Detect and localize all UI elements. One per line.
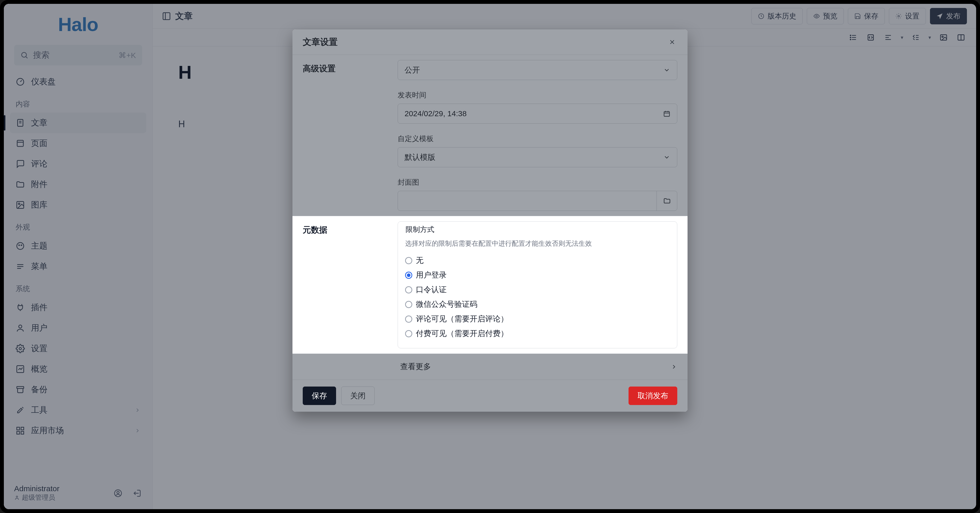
restrict-legend: 限制方式 [404, 225, 436, 234]
radio-label: 无 [416, 255, 423, 266]
chevron-down-icon [663, 67, 670, 74]
cover-browse-button[interactable] [657, 191, 677, 211]
restrict-fieldset: 限制方式 选择对应的限制后需要在配置中进行配置才能生效否则无法生效 无用户登录口… [398, 221, 677, 348]
radio-label: 评论可见（需要开启评论） [416, 314, 508, 324]
radio-label: 付费可见（需要开启付费） [416, 328, 508, 339]
visibility-value: 公开 [404, 65, 420, 75]
chevron-down-icon [663, 154, 670, 161]
radio-icon [405, 330, 412, 337]
visibility-select[interactable]: 公开 [398, 60, 677, 80]
radio-icon [405, 272, 412, 279]
radio-icon [405, 257, 412, 264]
restrict-option[interactable]: 口令认证 [405, 283, 670, 297]
svg-line-49 [670, 40, 674, 44]
modal-close-button[interactable] [667, 37, 677, 47]
calendar-icon [663, 110, 670, 117]
cover-input[interactable] [398, 191, 677, 211]
chevron-right-icon [671, 364, 677, 370]
restrict-option[interactable]: 用户登录 [405, 268, 670, 283]
template-value: 默认模版 [404, 152, 435, 163]
radio-label: 微信公众号验证码 [416, 299, 477, 310]
modal-unpublish-button[interactable]: 取消发布 [628, 386, 677, 405]
template-select[interactable]: 默认模版 [398, 147, 677, 167]
modal-title: 文章设置 [303, 36, 337, 48]
restrict-hint: 选择对应的限制后需要在配置中进行配置才能生效否则无法生效 [405, 239, 670, 248]
restrict-option[interactable]: 评论可见（需要开启评论） [405, 312, 670, 326]
post-settings-modal: 文章设置 高级设置 公开 发表时间 [293, 30, 687, 412]
section-meta-label: 元数据 [303, 221, 395, 348]
restrict-option[interactable]: 微信公众号验证码 [405, 297, 670, 312]
radio-label: 用户登录 [416, 270, 447, 280]
radio-icon [405, 316, 412, 323]
template-label: 自定义模板 [398, 134, 677, 144]
see-more-label: 查看更多 [400, 361, 671, 372]
restrict-option[interactable]: 无 [405, 253, 670, 268]
close-icon [668, 38, 676, 46]
modal-close-button-footer[interactable]: 关闭 [341, 386, 375, 405]
cover-label: 封面图 [398, 178, 677, 187]
see-more-toggle[interactable]: 查看更多 [293, 354, 687, 380]
section-advanced-label: 高级设置 [303, 60, 395, 211]
svg-rect-51 [664, 111, 670, 116]
radio-label: 口令认证 [416, 284, 447, 295]
modal-save-button[interactable]: 保存 [303, 386, 336, 405]
publish-time-input[interactable]: 2024/02/29, 14:38 [398, 103, 677, 124]
radio-icon [405, 301, 412, 308]
publish-time-value: 2024/02/29, 14:38 [404, 109, 467, 118]
svg-line-50 [670, 40, 674, 44]
restrict-option[interactable]: 付费可见（需要开启付费） [405, 326, 670, 341]
radio-icon [405, 286, 412, 294]
publish-time-label: 发表时间 [398, 90, 677, 100]
folder-icon [663, 197, 671, 205]
